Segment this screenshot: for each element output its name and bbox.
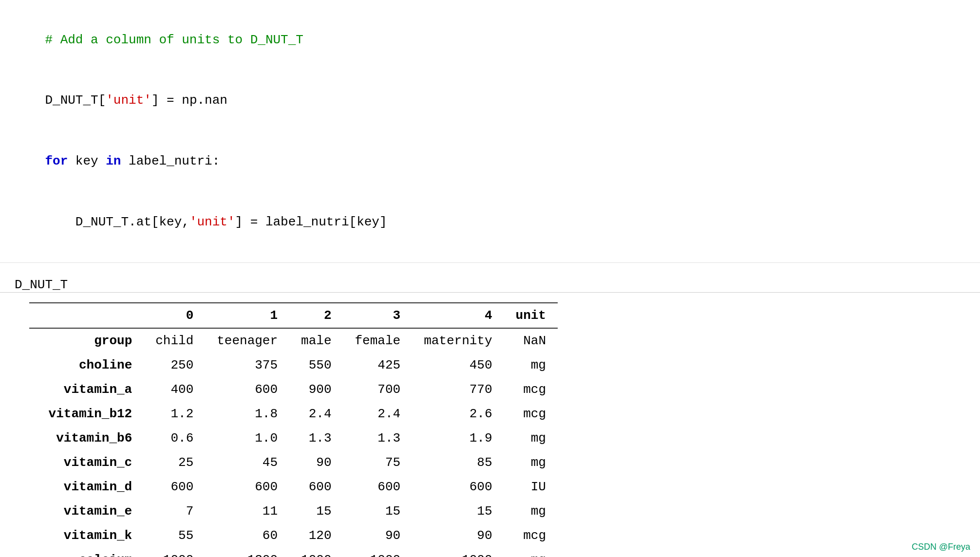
table-row: vitamin_d600600600600600IU: [29, 475, 558, 499]
cell-vitamin_k-c0: 55: [144, 523, 205, 548]
cell-vitamin_d-c4: 600: [412, 475, 504, 499]
cell-vitamin_b12-c2: 2.4: [289, 402, 343, 426]
row-header-vitamin_k: vitamin_k: [29, 523, 144, 548]
cell-vitamin_b6-c1: 1.0: [205, 426, 289, 450]
table-row: vitamin_e711151515mg: [29, 499, 558, 523]
row-header-vitamin_d: vitamin_d: [29, 475, 144, 499]
table-row: calcium10001300100010001000mg: [29, 548, 558, 557]
cell-vitamin_e-unit: mg: [504, 499, 558, 523]
cell-vitamin_d-c0: 600: [144, 475, 205, 499]
var-d-nut-t: D_NUT_T[: [45, 93, 106, 108]
cell-vitamin_e-c3: 15: [343, 499, 413, 523]
row-header-choline: choline: [29, 353, 144, 377]
cell-vitamin_e-c1: 11: [205, 499, 289, 523]
table-header-row: 0 1 2 3 4 unit: [29, 303, 558, 328]
col-header-unit: unit: [504, 303, 558, 328]
cell-vitamin_d-c3: 600: [343, 475, 413, 499]
cell-group-c4: maternity: [412, 328, 504, 353]
col-header-4: 4: [412, 303, 504, 328]
row-header-group: group: [29, 328, 144, 353]
cell-vitamin_b12-unit: mcg: [504, 402, 558, 426]
cell-calcium-c1: 1300: [205, 548, 289, 557]
cell-choline-c3: 425: [343, 353, 413, 377]
cell-vitamin_d-c2: 600: [289, 475, 343, 499]
code-line-2: D_NUT_T['unit'] = np.nan: [15, 71, 965, 131]
row-header-vitamin_a: vitamin_a: [29, 377, 144, 402]
table-row: vitamin_k55601209090mcg: [29, 523, 558, 548]
cell-vitamin_a-c0: 400: [144, 377, 205, 402]
cell-calcium-unit: mg: [504, 548, 558, 557]
cell-vitamin_e-c0: 7: [144, 499, 205, 523]
code-line-1: # Add a column of units to D_NUT_T: [15, 10, 965, 71]
cell-vitamin_b6-c0: 0.6: [144, 426, 205, 450]
cell-vitamin_e-c4: 15: [412, 499, 504, 523]
keyword-for: for: [45, 154, 68, 168]
cell-vitamin_c-unit: mg: [504, 450, 558, 475]
cell-vitamin_b12-c3: 2.4: [343, 402, 413, 426]
table-row: choline250375550425450mg: [29, 353, 558, 377]
cell-vitamin_b12-c4: 2.6: [412, 402, 504, 426]
cell-vitamin_k-c1: 60: [205, 523, 289, 548]
cell-vitamin_a-c1: 600: [205, 377, 289, 402]
col-header-1: 1: [205, 303, 289, 328]
cell-vitamin_a-c2: 900: [289, 377, 343, 402]
cell-vitamin_d-unit: IU: [504, 475, 558, 499]
cell-calcium-c0: 1000: [144, 548, 205, 557]
table-row: groupchildteenagermalefemalematernityNaN: [29, 328, 558, 353]
cell-vitamin_a-c3: 700: [343, 377, 413, 402]
row-header-vitamin_b6: vitamin_b6: [29, 426, 144, 450]
cell-calcium-c2: 1000: [289, 548, 343, 557]
table-row: vitamin_b60.61.01.31.31.9mg: [29, 426, 558, 450]
cell-choline-c1: 375: [205, 353, 289, 377]
cell-calcium-c4: 1000: [412, 548, 504, 557]
watermark: CSDN @Freya: [912, 542, 970, 552]
cell-vitamin_b6-c4: 1.9: [412, 426, 504, 450]
code-block: # Add a column of units to D_NUT_T D_NUT…: [0, 0, 980, 263]
dataframe-container: 0 1 2 3 4 unit groupchildteenagermalefem…: [0, 293, 980, 557]
row-header-calcium: calcium: [29, 548, 144, 557]
cell-vitamin_k-c2: 120: [289, 523, 343, 548]
col-header-3: 3: [343, 303, 413, 328]
code-line-4: D_NUT_T.at[key,'unit'] = label_nutri[key…: [15, 192, 965, 253]
cell-vitamin_c-c4: 85: [412, 450, 504, 475]
cell-vitamin_c-c2: 90: [289, 450, 343, 475]
col-header-0: 0: [144, 303, 205, 328]
cell-group-c2: male: [289, 328, 343, 353]
cell-vitamin_k-unit: mcg: [504, 523, 558, 548]
cell-vitamin_c-c0: 25: [144, 450, 205, 475]
cell-vitamin_b6-c2: 1.3: [289, 426, 343, 450]
cell-choline-c0: 250: [144, 353, 205, 377]
cell-group-c1: teenager: [205, 328, 289, 353]
col-header-2: 2: [289, 303, 343, 328]
row-header-vitamin_c: vitamin_c: [29, 450, 144, 475]
comment-text: # Add a column of units to D_NUT_T: [45, 33, 303, 47]
keyword-in: in: [106, 154, 121, 168]
cell-choline-unit: mg: [504, 353, 558, 377]
cell-vitamin_k-c3: 90: [343, 523, 413, 548]
cell-group-c0: child: [144, 328, 205, 353]
cell-vitamin_b6-unit: mg: [504, 426, 558, 450]
cell-vitamin_a-unit: mcg: [504, 377, 558, 402]
table-row: vitamin_a400600900700770mcg: [29, 377, 558, 402]
row-header-vitamin_e: vitamin_e: [29, 499, 144, 523]
cell-vitamin_e-c2: 15: [289, 499, 343, 523]
cell-vitamin_d-c1: 600: [205, 475, 289, 499]
dataframe-table: 0 1 2 3 4 unit groupchildteenagermalefem…: [29, 302, 558, 557]
cell-vitamin_b12-c1: 1.8: [205, 402, 289, 426]
cell-vitamin_b6-c3: 1.3: [343, 426, 413, 450]
cell-group-unit: NaN: [504, 328, 558, 353]
cell-vitamin_a-c4: 770: [412, 377, 504, 402]
row-header-vitamin_b12: vitamin_b12: [29, 402, 144, 426]
cell-vitamin_c-c1: 45: [205, 450, 289, 475]
cell-group-c3: female: [343, 328, 413, 353]
table-row: vitamin_b121.21.82.42.42.6mcg: [29, 402, 558, 426]
code-line-3: for key in label_nutri:: [15, 131, 965, 192]
cell-calcium-c3: 1000: [343, 548, 413, 557]
cell-vitamin_b12-c0: 1.2: [144, 402, 205, 426]
cell-choline-c4: 450: [412, 353, 504, 377]
output-label: D_NUT_T: [0, 273, 980, 292]
cell-choline-c2: 550: [289, 353, 343, 377]
string-unit-2: 'unit': [189, 215, 235, 229]
cell-vitamin_k-c4: 90: [412, 523, 504, 548]
cell-vitamin_c-c3: 75: [343, 450, 413, 475]
